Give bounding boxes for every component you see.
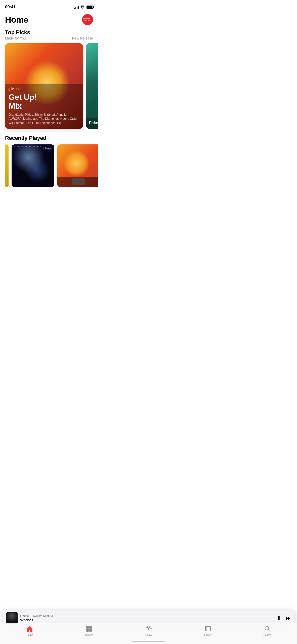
recent-card-1[interactable]:  Music — [12, 144, 54, 187]
secondary-card-overlay: Fake Is T... H... — [86, 118, 98, 129]
apple-music-badge:  Music — [44, 147, 52, 150]
status-icons — [74, 6, 93, 9]
recent-card-2[interactable] — [57, 144, 98, 187]
top-picks-link[interactable]: New Release — [72, 36, 93, 40]
top-picks-header: Top Picks Made for You New Release — [0, 28, 98, 40]
top-picks-scroll[interactable]:  Music Get Up!Mix Grandaddy, Pixies, Tr… — [0, 40, 98, 133]
page-title: Home — [5, 15, 28, 25]
feature-card[interactable]:  Music Get Up!Mix Grandaddy, Pixies, Tr… — [5, 43, 83, 129]
wifi-icon — [80, 6, 84, 9]
apple-music-badge-text: Music — [45, 147, 52, 150]
feature-card-overlay:  Music Get Up!Mix Grandaddy, Pixies, Tr… — [5, 84, 83, 129]
recent-card-1-image:  Music — [12, 144, 54, 187]
apple-music-text: Music — [11, 87, 21, 91]
battery-icon — [87, 6, 93, 9]
recently-played-title: Recently Played — [5, 135, 46, 141]
page-header: Home GADGET HACKS — [0, 12, 98, 28]
card-main-title: Get Up!Mix — [9, 93, 79, 110]
status-time: 09:41 — [5, 5, 16, 10]
recently-played-header[interactable]: Recently Played › — [0, 135, 98, 141]
top-picks-title: Top Picks — [5, 29, 93, 36]
avatar[interactable]: GADGET HACKS — [82, 14, 93, 25]
avatar-text-bottom: HACKS — [83, 19, 92, 22]
recently-played-section: Recently Played ›  Music — [0, 133, 98, 187]
secondary-card[interactable]: Fake Is T... H... — [86, 43, 98, 129]
status-bar: 09:41 — [0, 0, 98, 12]
chevron-right-icon: › — [47, 136, 49, 140]
top-picks-subtitle: Made for You — [5, 36, 26, 40]
secondary-card-image — [86, 43, 98, 129]
recently-played-scroll[interactable]:  Music — [0, 144, 98, 187]
recent-card-partial[interactable] — [5, 144, 9, 187]
apple-logo-small:  — [44, 147, 45, 150]
secondary-card-title: Fake Is T... H... — [89, 120, 98, 125]
apple-music-logo:  Music — [9, 87, 79, 91]
apple-logo-icon:  — [9, 87, 10, 91]
signal-icon — [74, 6, 79, 9]
top-picks-subtitle-row: Made for You New Release — [5, 36, 93, 40]
card-description: Grandaddy, Pixies, Tricky, Mirändä, Anne… — [9, 113, 79, 125]
recent-card-2-image — [57, 144, 98, 187]
